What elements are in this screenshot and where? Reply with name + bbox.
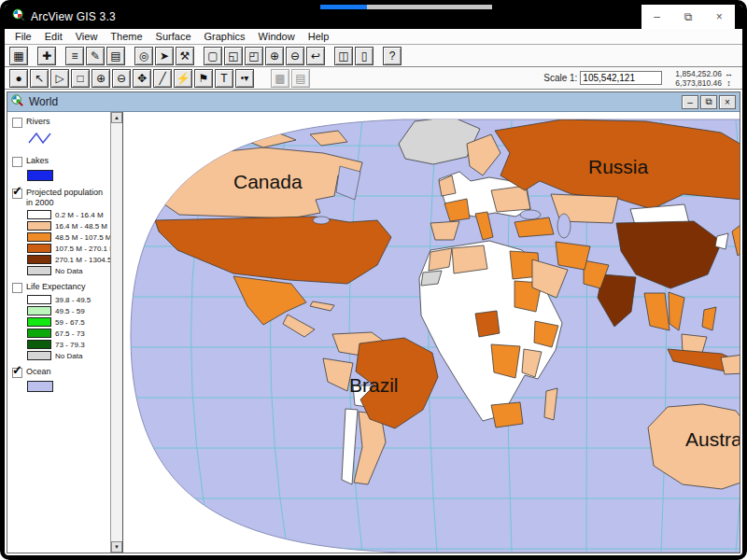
- hotlink-tool[interactable]: ⚡: [174, 69, 192, 88]
- draw-point-tool[interactable]: •▾: [235, 69, 254, 88]
- select-feature-tool[interactable]: □: [71, 69, 90, 88]
- minimize-button[interactable]: –: [641, 5, 672, 29]
- view-minimize-button[interactable]: –: [682, 95, 698, 109]
- label-australia: Australia: [685, 428, 740, 450]
- population-checkbox[interactable]: ✓: [12, 189, 22, 199]
- find-button[interactable]: ◎: [134, 47, 153, 65]
- add-theme-button[interactable]: ✚: [37, 47, 56, 65]
- lakes-checkbox[interactable]: [12, 157, 22, 167]
- toolbar-separator: [262, 77, 270, 78]
- pop-class-label: 0.2 M - 16.4 M: [55, 211, 104, 219]
- view-title-bar[interactable]: World – ⧉ ×: [7, 92, 740, 112]
- scroll-up-icon[interactable]: ▲: [111, 112, 122, 123]
- pointer-tool[interactable]: ↖: [30, 69, 49, 88]
- edit-vertices-tool: ▤: [291, 69, 310, 88]
- measure-tool[interactable]: ╱: [153, 69, 172, 88]
- vertex-edit-tool[interactable]: ▷: [50, 69, 69, 88]
- window-controls: – ⧉ ×: [641, 5, 735, 29]
- menu-view[interactable]: View: [69, 30, 105, 43]
- life-class-label: 73 - 79.3: [55, 341, 85, 349]
- select-features-button[interactable]: ◫: [334, 47, 353, 65]
- legend-scrollbar[interactable]: ▲ ▼: [110, 112, 122, 553]
- country-alaska: [131, 147, 172, 185]
- zoom-full-extent-button[interactable]: ▢: [204, 47, 222, 65]
- label-canada: Canada: [233, 171, 303, 192]
- life-class-swatch: [27, 351, 51, 360]
- life-class-label: 49.5 - 59: [55, 307, 85, 315]
- edit-legend-button[interactable]: ✎: [86, 47, 105, 65]
- view-close-button[interactable]: ×: [719, 95, 736, 109]
- menu-help[interactable]: Help: [302, 30, 336, 43]
- pop-class-label: 48.5 M - 107.5 M: [55, 233, 110, 242]
- button-bar: ▦ ✚ ≡ ✎ ▤ ◎ ➤ ⚒ ▢ ◱ ◰ ⊕ ⊖ ↩ ◫ ▯ ?: [5, 45, 742, 67]
- zoom-selected-button[interactable]: ◰: [245, 47, 263, 65]
- country-morocco: [429, 248, 452, 271]
- coordinate-x: 1,854,252.06: [675, 69, 722, 78]
- ocean-swatch: [27, 381, 53, 392]
- island-new-guinea: [721, 355, 740, 374]
- window-title: ArcView GIS 3.3: [31, 10, 116, 23]
- application-window: ArcView GIS 3.3 – ⧉ × File Edit View The…: [0, 0, 747, 560]
- locate-address-button[interactable]: ➤: [155, 47, 174, 65]
- label-tool[interactable]: ⚑: [194, 69, 213, 88]
- open-layout-button[interactable]: ▯: [355, 47, 374, 65]
- river-line-symbol: [27, 131, 55, 149]
- map-canvas[interactable]: Canada Russia Brazil Australia: [123, 112, 740, 553]
- theme-properties-button[interactable]: ≡: [65, 47, 84, 65]
- pan-tool[interactable]: ✥: [133, 69, 151, 88]
- menu-file[interactable]: File: [8, 30, 38, 43]
- menu-graphics[interactable]: Graphics: [198, 30, 252, 43]
- toolbar-separator: [57, 55, 64, 56]
- theme-name-lakes: Lakes: [26, 156, 49, 166]
- zoom-previous-button[interactable]: ↩: [306, 47, 325, 65]
- zoom-in-tool[interactable]: ⊕: [92, 69, 110, 88]
- help-pointer-button[interactable]: ?: [383, 47, 402, 65]
- close-button[interactable]: ×: [704, 5, 735, 29]
- theme-ocean[interactable]: ✓ Ocean: [11, 367, 108, 392]
- zoom-out-tool[interactable]: ⊖: [112, 69, 131, 88]
- title-bar: ArcView GIS 3.3 – ⧉ ×: [5, 5, 742, 29]
- restore-button[interactable]: ⧉: [672, 5, 703, 29]
- theme-lakes[interactable]: Lakes: [11, 156, 108, 181]
- view-globe-icon: [11, 93, 23, 110]
- x-arrow-icon: ↔: [725, 69, 733, 78]
- life-expectancy-checkbox[interactable]: [12, 283, 22, 293]
- pop-class-swatch: [27, 255, 51, 264]
- life-class-label: 59 - 67.5: [55, 318, 85, 327]
- life-class-swatch: [27, 306, 51, 315]
- menu-surface[interactable]: Surface: [149, 30, 198, 43]
- zoom-in-fixed-button[interactable]: ⊕: [265, 47, 284, 65]
- scroll-down-icon[interactable]: ▼: [111, 541, 122, 553]
- text-tool[interactable]: T: [215, 69, 233, 88]
- top-accent-gray: [367, 5, 492, 9]
- open-theme-table-button[interactable]: ▤: [106, 47, 125, 65]
- check-icon: ✓: [12, 363, 22, 377]
- query-builder-button[interactable]: ⚒: [176, 47, 194, 65]
- menu-bar: File Edit View Theme Surface Graphics Wi…: [5, 29, 742, 45]
- view-title: World: [29, 95, 58, 108]
- rivers-checkbox[interactable]: [12, 118, 22, 128]
- country-south-africa: [491, 402, 523, 427]
- view-restore-button[interactable]: ⧉: [700, 95, 717, 109]
- zoom-active-theme-button[interactable]: ◱: [224, 47, 243, 65]
- theme-life-expectancy[interactable]: Life Expectancy 39.8 - 49.5 49.5 - 59 59…: [11, 282, 108, 360]
- menu-theme[interactable]: Theme: [104, 30, 148, 43]
- theme-rivers[interactable]: Rivers: [11, 117, 108, 149]
- life-class-label: No Data: [55, 352, 82, 360]
- label-brazil: Brazil: [349, 374, 399, 396]
- save-project-button[interactable]: ▦: [9, 47, 28, 65]
- identify-tool[interactable]: ●: [9, 69, 28, 88]
- theme-name-rivers: Rivers: [26, 117, 50, 127]
- toolbar-separator: [255, 77, 262, 78]
- theme-name-population: Projected population in 2000: [26, 188, 108, 208]
- menu-window[interactable]: Window: [252, 30, 302, 43]
- pop-class-swatch: [27, 210, 51, 219]
- scale-input[interactable]: [580, 71, 662, 85]
- life-class-label: 39.8 - 49.5: [55, 296, 91, 304]
- menu-edit[interactable]: Edit: [38, 30, 69, 43]
- ocean-checkbox[interactable]: ✓: [12, 368, 22, 378]
- black-sea: [520, 210, 541, 219]
- zoom-out-fixed-button[interactable]: ⊖: [286, 47, 304, 65]
- great-lakes: [313, 217, 330, 224]
- theme-population[interactable]: ✓ Projected population in 2000 0.2 M - 1…: [11, 188, 108, 275]
